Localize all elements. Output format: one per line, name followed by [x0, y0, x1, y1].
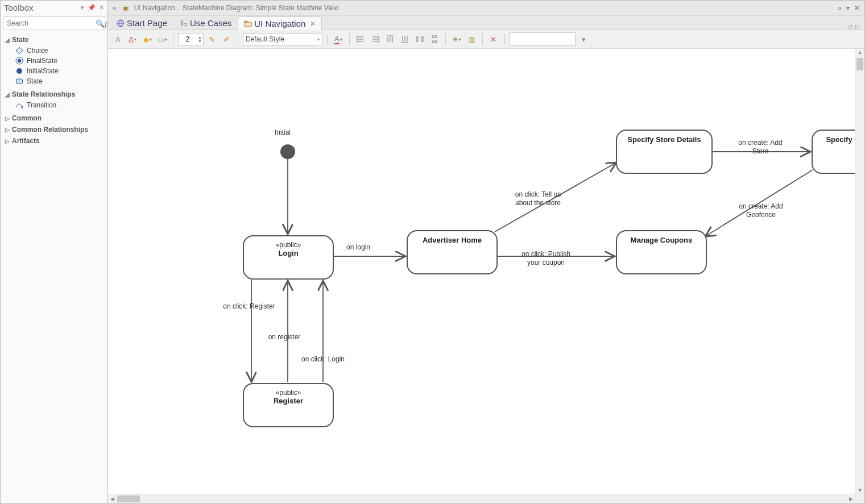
layout-tool[interactable]: ✳▾: [450, 33, 463, 45]
horizontal-scrollbar[interactable]: ◀ ▶: [108, 494, 864, 503]
final-icon: [15, 57, 23, 65]
tree-group-header[interactable]: ◢State: [1, 34, 107, 45]
tab-next-icon[interactable]: ▷: [855, 23, 860, 30]
tab-bar: Start PageUse CasesUI Navigation✕ ◁ ▷: [108, 16, 864, 30]
toolbox-panel: Toolbox ▾ 📌 ✕ 🔍 ρ ≡ ◢StateChoiceFinalSta…: [1, 1, 108, 503]
app-root: Toolbox ▾ 📌 ✕ 🔍 ρ ≡ ◢StateChoiceFinalSta…: [0, 0, 865, 504]
tree-item[interactable]: State: [1, 76, 107, 86]
chevrons-left-icon[interactable]: «: [113, 4, 117, 12]
text-color-tool[interactable]: A▾: [332, 33, 345, 45]
distribute-h-tool[interactable]: [413, 33, 426, 45]
tree-item[interactable]: Choice: [1, 45, 107, 56]
breadcrumb-diagram-name: UI Navigation.: [134, 4, 177, 12]
diagram-toolbar: A A▾ ◆▾ ▭▾ ▲▼ ✎ ✐ Default Style ▾ A▾: [108, 30, 864, 49]
style-select[interactable]: Default Style ▾: [243, 33, 322, 45]
brush-tool[interactable]: ✐: [221, 33, 233, 45]
state-name: Specify Geofence: [826, 135, 855, 144]
transition-icon: [15, 101, 23, 109]
h-scroll-thumb[interactable]: [117, 495, 140, 502]
tree-item[interactable]: InitialState: [1, 66, 107, 76]
tab-start-page[interactable]: Start Page: [110, 16, 173, 30]
transition-label: on click: Publishyour coupon: [518, 250, 574, 267]
align-left-tool[interactable]: [354, 33, 367, 45]
package-icon[interactable]: ▣: [122, 4, 129, 12]
tree-group-header[interactable]: ▷Common: [1, 113, 107, 124]
paint-tool[interactable]: ✎: [206, 33, 218, 45]
vertical-scrollbar[interactable]: ▲ ▼: [855, 49, 864, 494]
stereotype-label: «public»: [276, 241, 301, 249]
distribute-v-tool[interactable]: [428, 33, 441, 45]
toolbox-title: Toolbox: [4, 3, 34, 13]
breadcrumb-bar: « ▣ UI Navigation. StateMachine Diagram:…: [108, 1, 864, 16]
svg-rect-11: [421, 37, 423, 41]
svg-point-3: [16, 68, 22, 74]
state-node-coupons[interactable]: Manage Coupons: [616, 230, 707, 274]
fill-tool[interactable]: ◆▾: [141, 33, 154, 45]
state-name: Login: [278, 249, 298, 257]
close-icon[interactable]: ✕: [99, 5, 104, 11]
tree-item[interactable]: Transition: [1, 100, 107, 110]
transition-label: on click: Login: [295, 355, 351, 364]
state-node-advhome[interactable]: Advertiser Home: [407, 230, 498, 274]
align-bottom-tool[interactable]: [399, 33, 411, 45]
tree-item[interactable]: FinalState: [1, 56, 107, 66]
diagram-filter-input[interactable]: [510, 32, 576, 46]
search-icon[interactable]: 🔍: [96, 17, 105, 30]
tab-ui-navigation[interactable]: UI Navigation✕: [238, 16, 322, 30]
delete-tool[interactable]: ✕: [487, 33, 500, 45]
font-tool[interactable]: A: [111, 33, 124, 45]
initial-node[interactable]: [280, 144, 295, 159]
initial-icon: [15, 67, 23, 75]
svg-rect-12: [432, 36, 437, 38]
line-width-input[interactable]: [179, 35, 197, 44]
toolbox-header: Toolbox ▾ 📌 ✕: [1, 1, 107, 15]
chevrons-right-icon[interactable]: »: [838, 4, 842, 12]
align-top-tool[interactable]: [384, 33, 396, 45]
tab-close-icon[interactable]: ✕: [310, 20, 316, 28]
svg-rect-10: [416, 37, 418, 41]
tab-prev-icon[interactable]: ◁: [847, 23, 852, 30]
appearance-tool[interactable]: ▥: [465, 33, 478, 45]
align-right-tool[interactable]: [369, 33, 382, 45]
transition-label: on create: AddGeofence: [732, 202, 789, 219]
state-name: Advertiser Home: [423, 236, 482, 244]
line-width-stepper[interactable]: ▲▼: [178, 33, 204, 45]
filter-icon[interactable]: ▾: [578, 33, 590, 45]
line-color-tool[interactable]: ▭▾: [156, 33, 168, 45]
transition-label: on login: [330, 243, 387, 252]
svg-rect-8: [245, 22, 251, 27]
panel-menu-icon[interactable]: ▾: [81, 5, 84, 11]
state-icon: [15, 77, 23, 85]
svg-rect-4: [16, 79, 23, 84]
transition-label: on register: [256, 333, 313, 341]
toolbox-tree: ◢StateChoiceFinalStateInitialStateState◢…: [1, 32, 107, 503]
font-style-tool[interactable]: A▾: [126, 33, 139, 45]
svg-point-6: [181, 20, 183, 23]
tree-group-header[interactable]: ◢State Relationships: [1, 89, 107, 100]
pin-icon[interactable]: 📌: [88, 5, 96, 11]
tree-group-header[interactable]: ▷Artifacts: [1, 135, 107, 147]
initial-label: Initial: [275, 128, 291, 137]
svg-point-7: [184, 23, 187, 26]
diamond-icon: [15, 47, 23, 55]
svg-point-2: [18, 59, 21, 63]
transition-label: on create: AddStore: [732, 139, 789, 156]
window-close-icon[interactable]: ✕: [854, 4, 860, 12]
toolbox-search: 🔍 ρ ≡: [3, 16, 105, 30]
state-node-login[interactable]: «public»Login: [243, 235, 334, 280]
transition-label: on click: Tell usabout the store: [510, 190, 566, 207]
tab-use-cases[interactable]: Use Cases: [173, 16, 238, 30]
search-input[interactable]: [3, 17, 96, 30]
window-menu-icon[interactable]: ▾: [846, 4, 850, 12]
transition-label: on click: Register: [221, 302, 278, 311]
style-select-value: Default Style: [246, 35, 284, 43]
state-node-geofence[interactable]: Specify Geofence: [812, 130, 855, 174]
diagram-canvas[interactable]: Initial«public»Login«public»RegisterAdve…: [108, 49, 855, 494]
main-area: « ▣ UI Navigation. StateMachine Diagram:…: [108, 1, 864, 503]
svg-rect-0: [16, 47, 22, 53]
state-name: Register: [274, 397, 303, 405]
state-node-register[interactable]: «public»Register: [243, 383, 334, 427]
tree-group-header[interactable]: ▷Common Relationships: [1, 124, 107, 135]
state-node-specstore[interactable]: Specify Store Details: [616, 130, 713, 174]
v-scroll-thumb[interactable]: [856, 58, 863, 70]
